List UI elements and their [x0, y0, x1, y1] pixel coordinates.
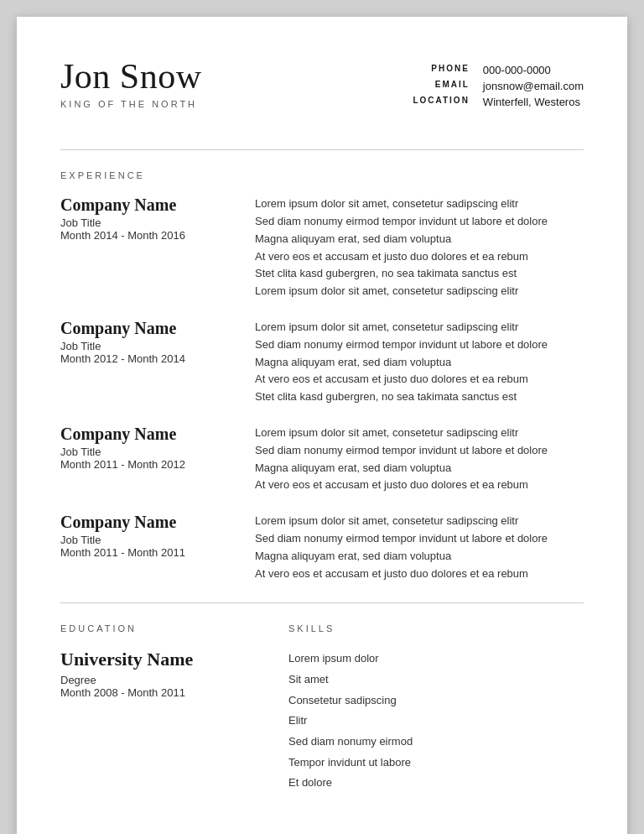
header-divider: [60, 149, 584, 150]
experience-entry: Company NameJob TitleMonth 2011 - Month …: [60, 513, 584, 582]
job-title: Job Title: [60, 340, 228, 352]
subtitle: KING OF THE NORTH: [60, 99, 413, 109]
email-label: EMAIL: [413, 80, 469, 89]
job-title: Job Title: [60, 216, 228, 229]
university-name: University Name: [60, 649, 262, 670]
exp-description: Lorem ipsum dolor sit amet, consetetur s…: [255, 425, 584, 494]
resume-page: Jon Snow KING OF THE NORTH PHONE 000-000…: [17, 17, 627, 834]
phone-label: PHONE: [413, 64, 469, 73]
skill-item: Tempor invidunt ut labore: [288, 753, 584, 774]
full-name: Jon Snow: [60, 57, 413, 96]
experience-section-label: EXPERIENCE: [60, 170, 584, 180]
date-range: Month 2011 - Month 2012: [60, 458, 228, 471]
skill-item: Sit amet: [288, 670, 584, 691]
skill-item: Elitr: [288, 711, 584, 732]
job-title: Job Title: [60, 446, 228, 458]
location-label: LOCATION: [413, 96, 469, 105]
education-dates: Month 2008 - Month 2011: [60, 686, 262, 699]
experience-entry: Company NameJob TitleMonth 2011 - Month …: [60, 425, 584, 494]
experience-section: EXPERIENCE Company NameJob TitleMonth 20…: [60, 170, 584, 582]
company-name: Company Name: [60, 425, 228, 444]
education-section-label: EDUCATION: [60, 623, 262, 633]
skills-block: SKILLS Lorem ipsum dolorSit ametConsetet…: [288, 623, 584, 794]
bottom-section: EDUCATION University Name Degree Month 2…: [60, 623, 584, 794]
company-name: Company Name: [60, 319, 228, 338]
skills-section-label: SKILLS: [288, 623, 584, 633]
degree: Degree: [60, 674, 262, 686]
experience-entry: Company NameJob TitleMonth 2014 - Month …: [60, 195, 584, 300]
education-divider: [60, 602, 584, 603]
exp-left: Company NameJob TitleMonth 2014 - Month …: [60, 195, 228, 300]
company-name: Company Name: [60, 195, 228, 215]
experience-entry: Company NameJob TitleMonth 2012 - Month …: [60, 319, 584, 406]
exp-description: Lorem ipsum dolor sit amet, consetetur s…: [255, 513, 584, 582]
email-value: jonsnow@email.com: [483, 80, 584, 92]
date-range: Month 2014 - Month 2016: [60, 229, 228, 242]
contact-block: PHONE 000-000-0000 EMAIL jonsnow@email.c…: [413, 64, 584, 108]
skill-item: Sed diam nonumy eirmod: [288, 732, 584, 753]
resume-header: Jon Snow KING OF THE NORTH PHONE 000-000…: [60, 57, 584, 126]
skills-list: Lorem ipsum dolorSit ametConsetetur sadi…: [288, 649, 584, 794]
exp-left: Company NameJob TitleMonth 2012 - Month …: [60, 319, 228, 406]
exp-left: Company NameJob TitleMonth 2011 - Month …: [60, 425, 228, 494]
name-block: Jon Snow KING OF THE NORTH: [60, 57, 413, 109]
skill-item: Consetetur sadipscing: [288, 691, 584, 712]
experience-entries: Company NameJob TitleMonth 2014 - Month …: [60, 195, 584, 582]
date-range: Month 2012 - Month 2014: [60, 352, 228, 365]
exp-description: Lorem ipsum dolor sit amet, consetetur s…: [255, 195, 584, 300]
job-title: Job Title: [60, 534, 228, 546]
exp-left: Company NameJob TitleMonth 2011 - Month …: [60, 513, 228, 582]
skill-item: Lorem ipsum dolor: [288, 649, 584, 670]
education-block: EDUCATION University Name Degree Month 2…: [60, 623, 262, 794]
skill-item: Et dolore: [288, 773, 584, 794]
company-name: Company Name: [60, 513, 228, 532]
phone-value: 000-000-0000: [483, 64, 584, 76]
exp-description: Lorem ipsum dolor sit amet, consetetur s…: [255, 319, 584, 406]
location-value: Winterfell, Westeros: [483, 96, 584, 108]
date-range: Month 2011 - Month 2011: [60, 546, 228, 559]
